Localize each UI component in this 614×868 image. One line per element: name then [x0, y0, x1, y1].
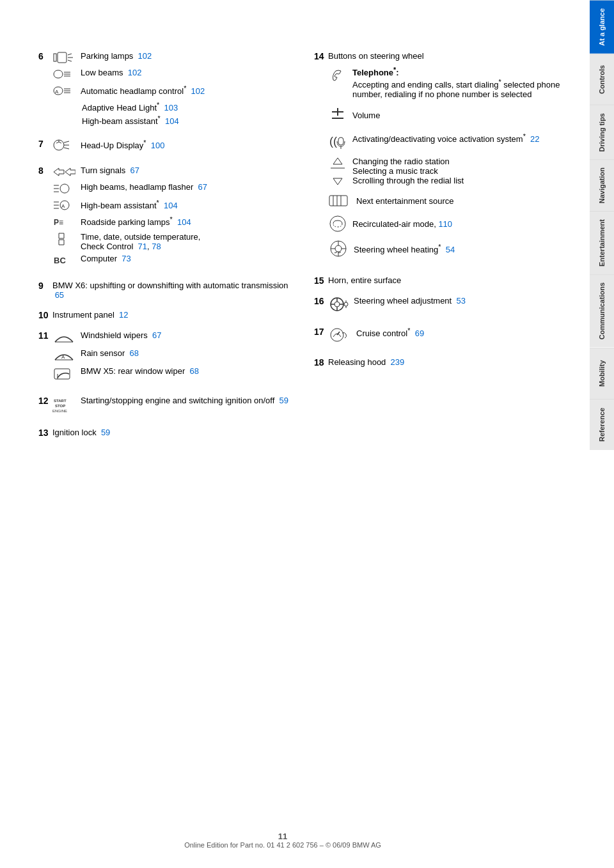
section-11-content: Windshield wipers 67 A [52, 330, 288, 385]
cruise-control-page[interactable]: 69 [415, 329, 424, 338]
rain-sensor-svg: A [52, 348, 75, 362]
section-10-text: Instrument panel 12 [52, 310, 129, 320]
section-10-number: 10 [38, 310, 52, 320]
start-stop-text: Starting/stopping engine and switching i… [81, 396, 288, 405]
sidebar-tab-navigation[interactable]: Navigation [590, 159, 614, 211]
time-date-page1[interactable]: 71 [138, 242, 147, 251]
svg-text:STOP: STOP [55, 404, 65, 408]
head-up-icon [52, 139, 75, 153]
high-beam-asst-text: High-beam assistant* 104 [82, 114, 288, 126]
turn-signals-page[interactable]: 67 [130, 166, 139, 175]
steering-wheel-heat-text: Steering wheel heating* 54 [354, 243, 455, 254]
section-11: 11 Windshield wipers 67 [38, 330, 288, 385]
page-wrapper: 6 [0, 0, 614, 868]
steering-wheel-heat-icon [328, 240, 349, 259]
time-date-page2[interactable]: 78 [152, 242, 161, 251]
auto-headlamp-icon: A [52, 84, 75, 98]
sidebar-tab-communications-label: Communications [598, 283, 606, 339]
section-14: 14 Buttons on steering wheel [314, 51, 564, 265]
section-6: 6 [38, 51, 288, 128]
section-12: 12 START STOP ENGINE Sta [38, 396, 288, 417]
svg-line-15 [56, 142, 59, 143]
steering-adj-svg [328, 296, 349, 313]
low-beams-svg [52, 68, 75, 81]
item-low-beams: Low beams 102 [52, 68, 288, 82]
turn-signals-icon [52, 166, 75, 180]
svg-text:A: A [55, 89, 59, 95]
high-beams-svg [52, 182, 75, 195]
parking-lamps-page[interactable]: 102 [138, 51, 152, 61]
adaptive-head-page[interactable]: 103 [164, 103, 178, 112]
cruise-control-text: Cruise control* 69 [356, 327, 424, 338]
sidebar-tab-entertainment[interactable]: Entertainment [590, 211, 614, 274]
sidebar-tab-at-a-glance[interactable]: At a glance [590, 0, 614, 54]
rain-sensor-icon: A [52, 348, 75, 364]
recirculated-air-page[interactable]: 110 [438, 219, 452, 229]
sidebar-tab-reference[interactable]: Reference [590, 399, 614, 450]
section-13-text: Ignition lock 59 [52, 428, 110, 437]
page-footer: 11 Online Edition for Part no. 01 41 2 6… [0, 832, 565, 849]
item-auto-headlamp: A Automatic headlamp control* 102 [52, 84, 288, 98]
sidebar-tab-driving-tips[interactable]: Driving tips [590, 105, 614, 160]
start-stop-page[interactable]: 59 [279, 396, 288, 405]
item-cruise-control: Cruise control* 69 [328, 327, 564, 345]
section-14-heading: Buttons on steering wheel [328, 51, 564, 61]
section-13-content: Ignition lock 59 [52, 428, 288, 437]
section-11-number: 11 [38, 330, 52, 341]
high-beam-asst2-page[interactable]: 104 [164, 201, 178, 210]
section-13: 13 Ignition lock 59 [38, 428, 288, 438]
steering-adj-page[interactable]: 53 [456, 296, 465, 306]
sidebar-tab-mobility[interactable]: Mobility [590, 348, 614, 399]
voice-activation-page[interactable]: 22 [530, 134, 539, 144]
computer-text: Computer 73 [81, 254, 131, 263]
item-voice-activation: (( Activating/deactivating voice activat… [328, 132, 564, 150]
svg-rect-26 [60, 184, 69, 193]
computer-svg: BC [52, 254, 75, 267]
high-beam-asst-page[interactable]: 104 [165, 117, 179, 127]
section-17-number: 17 [314, 327, 328, 337]
roadside-parking-text: Roadside parking lamps* 104 [81, 215, 191, 227]
auto-headlamp-page[interactable]: 102 [191, 86, 205, 96]
section-13-page[interactable]: 59 [101, 428, 110, 437]
footer-text: Online Edition for Part no. 01 41 2 602 … [0, 841, 565, 849]
section-15-text: Horn, entire surface [328, 275, 401, 285]
sidebar-tab-driving-tips-label: Driving tips [598, 113, 606, 152]
section-17-content: Cruise control* 69 [328, 327, 564, 347]
section-18-page[interactable]: 239 [391, 357, 405, 367]
svg-line-20 [64, 148, 69, 149]
section-9: 9 BMW X6: upshifting or downshifting wit… [38, 281, 288, 300]
item-recirculated-air: Recirculated-air mode, 110 [328, 215, 564, 233]
section-15-number: 15 [314, 275, 328, 286]
windshield-wipers-page[interactable]: 67 [152, 330, 161, 340]
right-column: 14 Buttons on steering wheel [314, 51, 564, 448]
computer-page[interactable]: 73 [122, 254, 130, 263]
section-12-content: START STOP ENGINE Starting/stopping engi… [52, 396, 288, 417]
rear-window-wiper-page[interactable]: 68 [190, 366, 199, 376]
section-9-content: BMW X6: upshifting or downshifting with … [52, 281, 288, 300]
sidebar: At a glance Controls Driving tips Naviga… [590, 0, 614, 868]
rain-sensor-page[interactable]: 68 [130, 348, 139, 358]
item-rain-sensor: A Rain sensor 68 [52, 348, 288, 364]
section-9-page[interactable]: 65 [55, 290, 64, 300]
svg-marker-21 [54, 168, 64, 176]
section-15: 15 Horn, entire surface [314, 275, 564, 286]
svg-rect-53 [329, 196, 347, 206]
low-beams-icon [52, 68, 75, 82]
entertainment-src-svg [328, 194, 351, 208]
sidebar-tab-reference-label: Reference [598, 408, 606, 442]
steering-wheel-heat-page[interactable]: 54 [446, 245, 455, 255]
sidebar-tab-controls[interactable]: Controls [590, 54, 614, 105]
head-up-page[interactable]: 100 [151, 141, 165, 150]
item-steering-adj: Steering wheel adjustment 53 [328, 296, 564, 314]
sidebar-tab-communications[interactable]: Communications [590, 274, 614, 347]
low-beams-page[interactable]: 102 [128, 68, 142, 77]
sidebar-tab-navigation-label: Navigation [598, 167, 606, 203]
high-beam-asst2-text: High-beam assistant* 104 [81, 199, 178, 210]
item-time-date: Time, date, outside temperature,Check Co… [52, 232, 288, 251]
svg-text:START: START [54, 399, 67, 403]
item-radio-station: Changing the radio stationSelecting a mu… [328, 157, 564, 187]
section-10-page[interactable]: 12 [119, 310, 128, 320]
high-beams-page[interactable]: 67 [198, 182, 207, 192]
sidebar-tab-entertainment-label: Entertainment [598, 219, 606, 267]
roadside-parking-page[interactable]: 104 [177, 217, 191, 227]
